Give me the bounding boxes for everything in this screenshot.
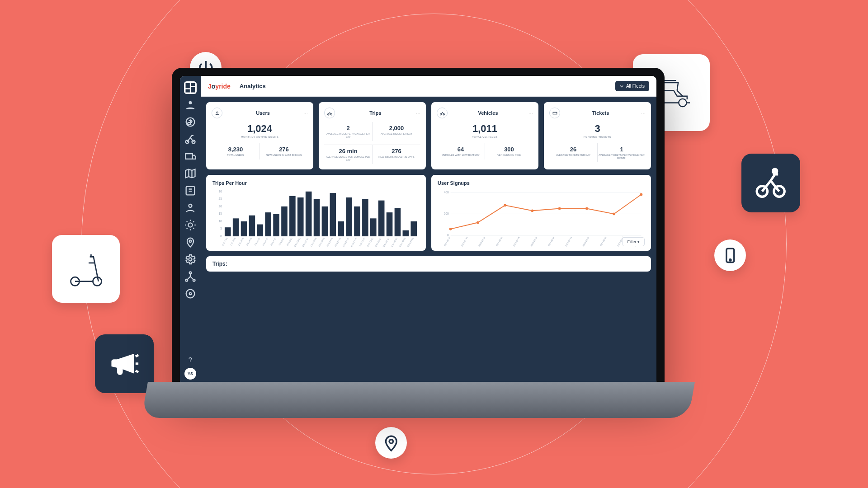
- svg-text:0:00-1:00: 0:00-1:00: [222, 237, 228, 246]
- tickets-card: Tickets ⋯ 3 PENDING TICKETS 26Average Ti…: [544, 102, 651, 169]
- sidebar-dashboard-icon[interactable]: [184, 81, 197, 94]
- tickets-main-value: 3: [549, 123, 646, 135]
- user-icon: [212, 108, 222, 118]
- svg-point-1: [93, 277, 101, 286]
- trips-c2-value: 26 min: [325, 148, 371, 155]
- svg-point-16: [189, 204, 192, 207]
- svg-point-7: [773, 169, 777, 173]
- sidebar-vehicles-icon[interactable]: [184, 133, 197, 145]
- fleet-selector-label: All Fleets: [626, 84, 645, 89]
- vehicles-c1-label: Vehicles on Ride: [486, 154, 532, 157]
- fleet-selector[interactable]: All Fleets: [615, 81, 649, 91]
- svg-rect-38: [233, 219, 239, 237]
- users-new-label: New Users in Last 30 Days: [261, 154, 307, 157]
- sidebar-geofence-icon[interactable]: [184, 236, 197, 249]
- svg-text:9:00-10:00: 9:00-10:00: [294, 237, 301, 247]
- svg-rect-55: [370, 219, 377, 237]
- signups-line-chart-svg: 02004002023-01-272023-01-302023-02-01202…: [438, 188, 645, 247]
- svg-text:18:00-19:00: 18:00-19:00: [366, 237, 374, 247]
- svg-point-23: [186, 290, 195, 298]
- svg-text:20: 20: [219, 205, 222, 208]
- tickets-c0-value: 26: [550, 146, 596, 153]
- tickets-main-caption: PENDING TICKETS: [549, 136, 646, 138]
- sidebar-tickets-icon[interactable]: [184, 184, 197, 197]
- svg-rect-53: [354, 206, 360, 236]
- svg-rect-56: [378, 201, 385, 236]
- sidebar-settings-icon[interactable]: [184, 253, 197, 266]
- svg-rect-14: [186, 154, 193, 159]
- svg-text:2023-02-09: 2023-02-09: [547, 236, 555, 247]
- svg-point-24: [189, 293, 192, 295]
- svg-text:2023-02-03: 2023-02-03: [495, 236, 503, 247]
- ticket-icon: [549, 108, 560, 118]
- svg-text:22:00-23:00: 22:00-23:00: [398, 237, 406, 247]
- users-total-label: Total Users: [212, 154, 259, 157]
- main-column: Joyride Analytics All Fleets Users ⋯: [201, 76, 656, 385]
- svg-text:19:00-20:00: 19:00-20:00: [374, 237, 382, 247]
- svg-text:2023-01-27: 2023-01-27: [443, 236, 451, 247]
- page-title: Analytics: [240, 83, 266, 89]
- svg-rect-52: [346, 197, 352, 236]
- trips-c0-label: Average Rides Per Vehicle Per Day: [325, 132, 371, 138]
- sidebar-preferences-icon[interactable]: [184, 287, 197, 300]
- svg-text:15:00-16:00: 15:00-16:00: [342, 237, 349, 247]
- svg-point-19: [189, 258, 192, 261]
- sidebar-rewards-icon[interactable]: [184, 219, 197, 231]
- users-main-caption: MONTHLY ACTIVE USERS: [212, 136, 308, 138]
- svg-rect-44: [281, 206, 288, 236]
- user-signups-chart: User Signups 02004002023-01-272023-01-30…: [431, 175, 651, 251]
- svg-text:11:00-12:00: 11:00-12:00: [309, 237, 317, 247]
- svg-rect-46: [297, 197, 304, 236]
- laptop-frame: ? YS Joyride Analytics All Fleets: [172, 68, 665, 393]
- svg-rect-51: [338, 221, 344, 236]
- svg-rect-49: [322, 206, 328, 236]
- svg-text:5: 5: [220, 227, 222, 230]
- vehicles-card-menu[interactable]: ⋯: [528, 111, 533, 116]
- svg-text:2023-02-13: 2023-02-13: [582, 236, 590, 247]
- svg-rect-60: [410, 221, 417, 236]
- svg-text:8:00-9:00: 8:00-9:00: [286, 237, 293, 246]
- svg-rect-50: [330, 193, 336, 236]
- svg-rect-39: [241, 221, 247, 236]
- svg-rect-54: [362, 199, 368, 237]
- signups-chart-title: User Signups: [438, 180, 645, 186]
- brand-logo: Joyride: [208, 83, 231, 90]
- sidebar: ? YS: [180, 76, 201, 385]
- vehicles-card-title: Vehicles: [451, 110, 525, 116]
- sidebar-map-icon[interactable]: [184, 167, 197, 180]
- sidebar-operations-icon[interactable]: [184, 150, 197, 163]
- users-card: Users ⋯ 1,024 MONTHLY ACTIVE USERS 8,230…: [206, 102, 313, 169]
- tickets-card-menu[interactable]: ⋯: [641, 111, 646, 116]
- trips-c3-label: New Users in Last 30 Days: [373, 155, 420, 159]
- svg-text:14:00-15:00: 14:00-15:00: [334, 237, 341, 247]
- scooter-icon: [52, 235, 120, 303]
- users-total-value: 8,230: [212, 146, 259, 153]
- svg-point-95: [558, 207, 561, 210]
- sidebar-help-icon[interactable]: ?: [189, 356, 192, 363]
- megaphone-icon: [95, 334, 154, 393]
- tickets-c1-label: Average Tickets Per Vehicle Per Month: [599, 154, 645, 160]
- trips-c1-value: 2,000: [373, 125, 420, 131]
- sidebar-users-icon[interactable]: [184, 202, 197, 214]
- svg-point-97: [613, 213, 615, 216]
- svg-point-93: [504, 204, 506, 207]
- user-avatar[interactable]: YS: [184, 368, 196, 380]
- svg-text:2023-02-01: 2023-02-01: [478, 236, 486, 247]
- users-card-menu[interactable]: ⋯: [303, 111, 308, 116]
- bicycle-icon: [741, 154, 800, 212]
- sidebar-riders-icon[interactable]: [184, 99, 197, 111]
- signups-filter-button[interactable]: Filter ▾: [622, 237, 645, 246]
- bicycle-icon: [437, 108, 448, 118]
- svg-text:400: 400: [444, 191, 449, 194]
- sidebar-revenue-icon[interactable]: [184, 116, 197, 128]
- tickets-c0-label: Average Tickets Per Day: [550, 154, 596, 157]
- laptop-base: [142, 382, 695, 418]
- sidebar-org-icon[interactable]: [184, 270, 197, 283]
- trips-card-menu[interactable]: ⋯: [416, 111, 420, 116]
- trips-card: Trips ⋯ 2Average Rides Per Vehicle Per D…: [319, 102, 426, 169]
- svg-text:17:00-18:00: 17:00-18:00: [358, 237, 366, 247]
- chevron-down-icon: [620, 84, 623, 88]
- users-card-title: Users: [226, 110, 300, 116]
- smartphone-icon: [714, 239, 746, 271]
- svg-rect-45: [289, 196, 296, 236]
